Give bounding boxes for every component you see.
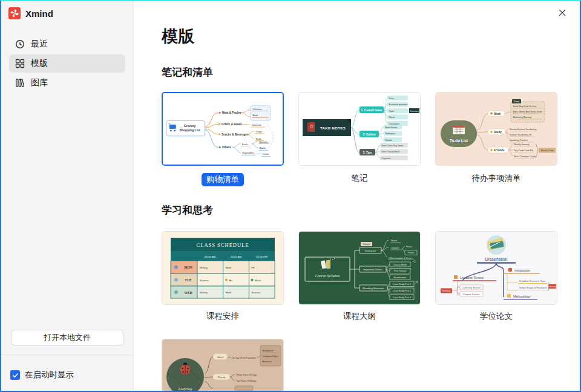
svg-text:Onion: Onion [262,152,269,155]
template-card-notes[interactable]: TAKE NOTES 1. Cornell Notes Date Essenti… [298,92,421,166]
template-card-todo-list[interactable]: To-do List Work Done Send Blog Draft To … [435,92,557,166]
svg-text:Math: Math [226,291,232,294]
svg-text:Details: Details [386,139,393,142]
svg-text:Two Pairs Of Wings: Two Pairs Of Wings [236,380,256,382]
svg-text:Contact: Contact [391,246,399,249]
svg-text:Vegetables: Vegetables [242,151,254,154]
svg-text:3. Tips: 3. Tips [363,151,372,154]
open-local-file-button[interactable]: 打开本地文件 [11,330,123,345]
svg-text:Work: Work [494,113,501,116]
svg-text:Case Study Part 3: Case Study Part 3 [393,296,411,299]
svg-text:Methodology: Methodology [513,295,531,298]
svg-text:08:30 AM: 08:30 AM [205,255,216,258]
svg-text:Topic: Topic [389,110,395,113]
sidebar-item-label: 模版 [31,58,48,69]
svg-text:Write Christmas Cards: Write Christmas Cards [514,155,536,158]
svg-text:Case Study Part 2: Case Study Part 2 [393,290,411,292]
svg-text:Science: Science [200,279,209,282]
svg-text:Shopping List: Shopping List [179,128,200,132]
svg-text:Others: Others [222,146,231,149]
svg-text:Questions: Questions [389,123,399,125]
svg-text:Main Points: Main Points [386,126,398,129]
sidebar-nav: 最近 模版 图库 [1,35,133,92]
svg-text:Compound Eyes: Compound Eyes [263,355,279,358]
svg-text:To-do List: To-do List [450,139,468,143]
svg-text:Summary: Summary [548,286,556,288]
template-label[interactable]: 课程大纲 [298,311,421,322]
svg-text:Send Blog Draft To Lisa: Send Blog Draft To Lisa [513,105,537,108]
template-label[interactable]: 学位论文 [435,311,557,322]
clock-icon [15,39,25,50]
svg-text:Case Study Part 1: Case Study Part 1 [393,283,411,286]
svg-text:Define Scope of Research: Define Scope of Research [519,286,547,289]
template-row-1: Grocery Shopping List Meat & Poultry Chi… [162,92,557,166]
svg-text:MON: MON [184,266,192,269]
template-card-course-syllabus[interactable]: Course Syllabus Subject Instructor Name … [298,231,421,305]
svg-text:Literature Review: Literature Review [460,276,484,279]
svg-text:On Top Of Its Pronotum: On Top Of Its Pronotum [232,357,256,359]
svg-text:CLASS SCHEDULE: CLASS SCHEDULE [197,242,249,248]
template-label[interactable]: 课程安排 [162,311,284,322]
svg-text:Course Begin: Course Begin [393,264,407,266]
svg-text:02:00 PM: 02:00 PM [256,255,268,258]
template-card-class-schedule[interactable]: CLASS SCHEDULE 08:30 AM 10:00 AM 02:00 P… [162,231,284,305]
svg-text:Email: Email [406,246,412,248]
template-card-dissertation[interactable]: Dissertation Introduction Establish Rese… [435,231,557,305]
xmind-template-window: Xmind 最近 模版 [0,0,581,392]
template-label[interactable]: 笔记 [298,173,421,186]
sidebar-item-templates[interactable]: 模版 [9,54,125,73]
svg-text:Reading Materials: Reading Materials [363,287,384,290]
svg-text:Meat & Poultry: Meat & Poultry [222,111,241,114]
template-card-ladybug[interactable]: Ladybug Head On Top Of Its Pronotum Mout… [162,339,284,391]
svg-text:Summary: Summary [442,290,450,292]
svg-text:Grains & Bread: Grains & Bread [222,123,241,126]
svg-text:Science: Science [251,291,261,294]
close-button[interactable] [556,7,568,19]
svg-text:Introduction: Introduction [514,269,530,272]
svg-text:Phone: Phone [408,252,414,254]
template-label[interactable]: 待办事项清单 [435,173,557,186]
svg-text:First Tutorial: First Tutorial [394,270,406,272]
sidebar-item-library[interactable]: 图库 [9,74,125,92]
svg-text:Date: Date [389,97,394,100]
svg-text:Art: Art [229,279,233,282]
svg-text:Study: Study [494,131,502,134]
show-on-startup-checkbox[interactable] [10,370,20,380]
section-heading-notes-lists: 笔记和清单 [162,65,213,79]
svg-text:Marketing Meeting: Marketing Meeting [513,116,531,119]
sidebar-item-recent[interactable]: 最近 [9,35,125,53]
svg-text:Grocery: Grocery [184,124,196,128]
dissertation-thumbnail: Dissertation Introduction Establish Rese… [436,232,557,304]
show-on-startup-row: 在启动时显示 [10,370,74,381]
svg-text:Establish Research Topic: Establish Research Topic [519,279,546,283]
svg-text:Music: Music [255,279,261,282]
svg-text:Essential question: Essential question [389,103,408,106]
dissertation-illustration [487,235,506,255]
template-row-3: Ladybug Head On Top Of Its Pronotum Mout… [162,339,284,391]
svg-text:WED: WED [184,291,192,295]
svg-text:Office Location & Hours: Office Location & Hours [389,257,412,260]
svg-text:2. Outline: 2. Outline [363,133,376,136]
svg-text:10:00 AM: 10:00 AM [231,255,242,258]
section-heading-study-thinking: 学习和思考 [162,203,213,217]
sidebar: Xmind 最近 模版 [1,1,134,391]
xmind-logo-icon [8,7,21,19]
svg-text:Propose Solution: Propose Solution [463,293,479,296]
calendar-icon [453,125,465,134]
svg-text:Subtopics: Subtopics [386,132,396,135]
svg-text:Writing: Writing [200,291,208,294]
svg-text:Beef: Beef [253,114,258,117]
svg-text:Bob's Memo And Send Demo: Bob's Memo And Send Demo [513,111,542,113]
notebook-icon [307,122,315,132]
svg-text:Pay Credit Card Bill: Pay Credit Card Bill [514,149,533,152]
app-title: Xmind [25,8,53,19]
svg-text:Don't Transcribe It: Don't Transcribe It [382,151,400,153]
svg-text:Done: Done [514,100,519,103]
template-card-grocery-shopping-list[interactable]: Grocery Shopping List Meat & Poultry Chi… [162,92,284,166]
template-label-selected[interactable]: 购物清单 [202,173,244,186]
svg-text:Collecting Sources: Collecting Sources [462,287,481,289]
sidebar-item-label: 最近 [31,39,48,50]
svg-text:Course Syllabus: Course Syllabus [315,273,340,278]
svg-text:Head: Head [217,356,224,359]
svg-text:Review Korean Vocabulary: Review Korean Vocabulary [510,128,536,131]
